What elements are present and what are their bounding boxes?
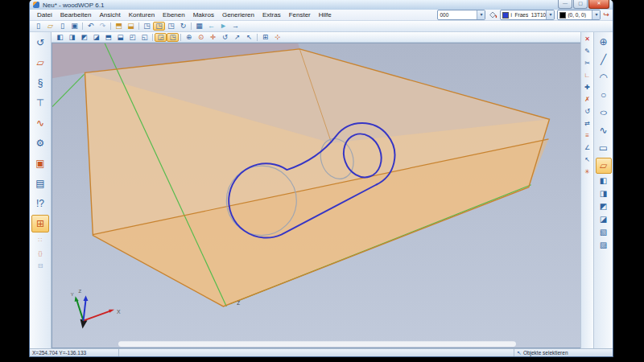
circular-saw-button[interactable]: ⚙ bbox=[31, 134, 49, 152]
close-button[interactable]: ✕ bbox=[588, 0, 609, 9]
pocket-macro-button[interactable]: ▣ bbox=[31, 154, 49, 172]
solid-wireframe-button[interactable]: ▨ bbox=[596, 240, 612, 251]
corner-button[interactable]: ∟ bbox=[582, 70, 592, 80]
solid-box-button[interactable]: ◧ bbox=[596, 175, 612, 187]
view-3d-button[interactable]: ◳ bbox=[153, 22, 165, 31]
viewport-3d[interactable]: X Y Z Z bbox=[52, 43, 580, 348]
menu-bearbeiten[interactable]: Bearbeiten bbox=[56, 10, 96, 19]
layer-select[interactable]: 000 ▾ bbox=[437, 10, 485, 20]
rotate-view-button[interactable]: ↻ bbox=[177, 22, 189, 31]
zoom-fit-button[interactable]: ↗ bbox=[231, 33, 243, 42]
point-tool-button[interactable]: ⊕ bbox=[596, 34, 612, 50]
zoom-window-button[interactable]: ⊙ bbox=[195, 33, 207, 42]
trim-button[interactable]: ✂ bbox=[582, 58, 592, 68]
zoom-in-button[interactable]: ⊕ bbox=[183, 33, 195, 42]
view-iso-button[interactable]: ◳ bbox=[141, 22, 153, 31]
solid-subtract-button[interactable]: ◪ bbox=[596, 214, 612, 225]
menu-datei[interactable]: Datei bbox=[33, 10, 56, 19]
milling-macro-button[interactable]: ▱ bbox=[31, 54, 49, 72]
mirror-button[interactable]: ⇄ bbox=[582, 118, 592, 129]
next-macro-button[interactable]: → bbox=[229, 22, 242, 31]
paste-workpiece-button[interactable]: ⬓ bbox=[125, 22, 137, 31]
delete-selection-button[interactable]: ✕ bbox=[582, 34, 592, 44]
snap-point-button[interactable]: ⊹ bbox=[271, 33, 283, 42]
viewport-3d-canvas[interactable]: X Y Z Z bbox=[52, 43, 580, 348]
menu-ebenen[interactable]: Ebenen bbox=[159, 10, 189, 19]
explode-button[interactable]: ✳ bbox=[582, 167, 592, 177]
edit-contour-button[interactable]: ✎ bbox=[582, 46, 592, 56]
components-button[interactable]: ⊞ bbox=[31, 215, 49, 232]
ellipse-tool-button[interactable]: ○ bbox=[596, 105, 612, 121]
solid-box2-button[interactable]: ◨ bbox=[596, 188, 612, 200]
save-as-button[interactable]: ▯ bbox=[56, 22, 68, 31]
prev-macro-button[interactable]: ← bbox=[205, 22, 217, 31]
measure-button[interactable]: ∠ bbox=[582, 142, 592, 153]
color-select[interactable]: (0, 0, 0) ▾ bbox=[557, 10, 601, 20]
redo-tool-icon[interactable]: ↪ bbox=[603, 10, 609, 19]
view-cube-bottom-button[interactable]: ⬓ bbox=[114, 33, 126, 42]
arc-tool-button[interactable]: ◠ bbox=[596, 69, 612, 85]
view-cube-left-button[interactable]: ◩ bbox=[78, 33, 90, 42]
variables-button[interactable]: ∷ bbox=[31, 235, 49, 245]
menu-konturen[interactable]: Konturen bbox=[125, 10, 159, 19]
pocket-tool-button[interactable]: ▱ bbox=[596, 158, 612, 174]
view-cube-iso1-button[interactable]: ◰ bbox=[126, 33, 138, 42]
contour-tool-button[interactable]: ↺ bbox=[31, 34, 49, 51]
view-cube-right-button[interactable]: ◪ bbox=[90, 33, 102, 42]
line-tool-button[interactable]: ╱ bbox=[596, 51, 612, 68]
select-cursor-button[interactable]: ↖ bbox=[243, 33, 255, 42]
circle-tool-button[interactable]: ○ bbox=[596, 87, 612, 103]
pan-button[interactable]: ✛ bbox=[207, 33, 219, 42]
block-button[interactable]: ⊟ bbox=[31, 261, 49, 271]
copy-workpiece-button[interactable]: ⬒ bbox=[113, 22, 125, 31]
report-button[interactable]: ▤ bbox=[31, 175, 49, 192]
open-button[interactable]: ▱ bbox=[44, 22, 56, 31]
menu-extras[interactable]: Extras bbox=[258, 10, 285, 19]
tool-select[interactable]: i_Fraes_13T102 ▾ bbox=[500, 10, 555, 20]
separator bbox=[82, 23, 83, 30]
view-cube-top-button[interactable]: ⬒ bbox=[102, 33, 114, 42]
status-filler bbox=[119, 349, 514, 356]
snap-grid-button[interactable]: ⊞ bbox=[259, 33, 271, 42]
help-assistant-button[interactable]: !? bbox=[31, 195, 49, 212]
offset-button[interactable]: ≡ bbox=[582, 130, 592, 141]
extend-button[interactable]: ✚ bbox=[582, 82, 592, 93]
delete-button[interactable]: ▦ bbox=[193, 22, 205, 31]
saw-macro-button[interactable]: ∿ bbox=[31, 114, 49, 132]
fill-bucket-icon[interactable] bbox=[488, 10, 497, 19]
minimize-button[interactable]: — bbox=[558, 0, 572, 9]
view-top-button[interactable]: ◳ bbox=[165, 22, 177, 31]
menu-fenster[interactable]: Fenster bbox=[285, 10, 315, 19]
menu-makros[interactable]: Makros bbox=[189, 10, 218, 19]
menu-generieren[interactable]: Generieren bbox=[218, 10, 258, 19]
overlay-slider-bar[interactable] bbox=[118, 341, 516, 347]
view-cube-front-button[interactable]: ◧ bbox=[54, 33, 66, 42]
save-button[interactable]: ▣ bbox=[68, 22, 80, 31]
rotate-element-button[interactable]: ↺ bbox=[582, 106, 592, 117]
right-toolbars: ✕✎✂∟✚✗↺⇄≡∠↖✳ ⊕╱◠○○∿▭▱◧◨◩◪▧▨ bbox=[580, 32, 613, 348]
solid-union-button[interactable]: ◩ bbox=[596, 201, 612, 212]
menu-bar: DateiBearbeitenAnsichtKonturenEbenenMakr… bbox=[30, 10, 613, 21]
drill-macro-button[interactable]: § bbox=[31, 74, 49, 92]
view-perspective-button[interactable]: ◲ bbox=[155, 33, 167, 42]
pick-point-button[interactable]: ↖ bbox=[582, 154, 592, 165]
delete-element-button[interactable]: ✗ bbox=[582, 94, 592, 105]
brackets-button[interactable]: {} bbox=[31, 248, 49, 258]
spline-tool-button[interactable]: ∿ bbox=[596, 122, 612, 138]
vertical-drill-button[interactable]: ⊤ bbox=[31, 94, 49, 112]
run-button[interactable]: ► bbox=[217, 22, 229, 31]
maximize-button[interactable]: ▢ bbox=[573, 0, 588, 9]
view-shaded-button[interactable]: ◳ bbox=[167, 33, 179, 42]
view-cube-iso2-button[interactable]: ◱ bbox=[138, 33, 151, 42]
menu-hilfe[interactable]: Hilfe bbox=[315, 10, 336, 19]
undo-button[interactable]: ↶ bbox=[85, 22, 97, 31]
orbit-button[interactable]: ↺ bbox=[219, 33, 231, 42]
new-button[interactable]: ▯ bbox=[32, 22, 44, 31]
rect-tool-button[interactable]: ▭ bbox=[596, 140, 612, 156]
redo-button[interactable]: ↷ bbox=[97, 22, 109, 31]
view-cube-back-button[interactable]: ◨ bbox=[66, 33, 78, 42]
menu-ansicht[interactable]: Ansicht bbox=[95, 10, 124, 19]
axis-label-x: X bbox=[117, 309, 121, 315]
title-bar[interactable]: Neu* - woodWOP 6.1 —▢✕ bbox=[30, 0, 613, 10]
solid-intersect-button[interactable]: ▧ bbox=[596, 227, 612, 238]
